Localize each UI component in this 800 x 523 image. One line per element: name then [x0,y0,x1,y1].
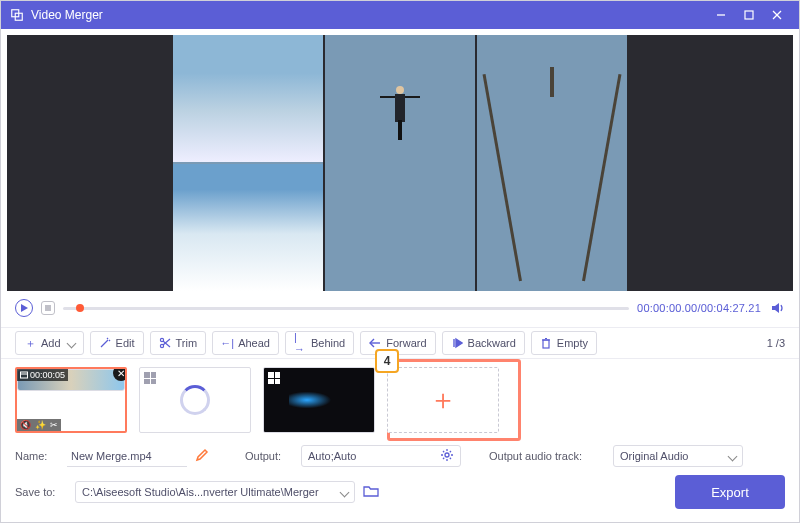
step-badge: 4 [375,349,399,373]
svg-point-24 [445,453,449,457]
pencil-icon[interactable] [195,448,209,464]
scissors-icon[interactable]: ✂ [50,420,58,430]
preview-pane-mountain [173,35,323,162]
clip-item-1[interactable]: 00:00:05 ✕ 🔇 ✨ ✂ [15,367,127,433]
preview-pane-jump [325,35,475,291]
gear-icon[interactable] [440,448,454,464]
plus-icon: ＋ [24,337,36,349]
clip-duration: 00:00:05 [17,369,68,381]
loading-spinner-icon [180,385,210,415]
svg-line-10 [107,338,108,339]
preview-pane-eiffel [477,35,627,291]
trash-icon [540,337,552,349]
titlebar: Video Merger [1,1,799,29]
edit-label: Edit [116,337,135,349]
name-value: New Merge.mp4 [71,450,152,462]
export-button[interactable]: Export [675,475,785,509]
seek-knob[interactable] [76,304,84,312]
svg-marker-6 [21,304,28,312]
time-display: 00:00:00.00/00:04:27.21 [637,302,761,314]
close-button[interactable] [763,5,791,25]
backward-label: Backward [468,337,516,349]
pager-current: 1 [767,337,773,349]
svg-rect-19 [543,340,549,348]
pager: 1 /3 [767,337,785,349]
output-value: Auto;Auto [308,450,356,462]
pager-total: 3 [779,337,785,349]
forward-label: Forward [386,337,426,349]
saveto-label: Save to: [15,486,67,498]
chevron-down-icon [66,338,76,348]
svg-rect-7 [45,305,51,311]
bottom-panel: Name: New Merge.mp4 Output: Auto;Auto Ou… [1,439,799,519]
backward-icon [451,337,463,349]
toolbar: ＋ Add Edit Trim ←| Ahead |→ Behind [1,327,799,359]
empty-button[interactable]: Empty [531,331,597,355]
duration: 00:04:27.21 [701,302,761,314]
add-button[interactable]: ＋ Add [15,331,84,355]
svg-line-11 [109,340,110,341]
plus-icon: ＋ [429,381,457,419]
mute-icon[interactable]: 🔇 [20,420,31,430]
app-title: Video Merger [31,8,103,22]
svg-rect-22 [21,372,28,378]
forward-icon [369,337,381,349]
wand-icon[interactable]: ✨ [35,420,46,430]
wand-icon [99,337,111,349]
svg-line-9 [101,340,108,347]
audio-label: Output audio track: [489,450,605,462]
backward-button[interactable]: Backward [442,331,525,355]
play-button[interactable] [15,299,33,317]
preview-wrap [1,29,799,291]
name-field[interactable]: New Merge.mp4 [67,445,187,467]
ahead-label: Ahead [238,337,270,349]
audio-select[interactable]: Original Audio [613,445,743,467]
video-preview[interactable] [7,35,793,291]
maximize-button[interactable] [735,5,763,25]
preview-pane-snow [173,164,323,291]
current-time: 00:00:00.00 [637,302,697,314]
player-controls: 00:00:00.00/00:04:27.21 [1,291,799,321]
edit-button[interactable]: Edit [90,331,144,355]
chevron-down-icon [728,451,738,461]
clip-item-3[interactable] [263,367,375,433]
folder-icon[interactable] [363,484,379,500]
saveto-value: C:\Aiseesoft Studio\Ais...nverter Ultima… [82,486,319,498]
volume-icon[interactable] [769,299,787,317]
output-label: Output: [245,450,293,462]
export-label: Export [711,485,749,500]
add-clip-box[interactable]: ＋ [387,367,499,433]
grid-icon [268,372,280,384]
behind-icon: |→ [294,337,306,349]
svg-marker-18 [456,339,462,347]
seek-slider[interactable] [63,307,629,310]
behind-button[interactable]: |→ Behind [285,331,354,355]
chevron-down-icon [340,487,350,497]
ahead-button[interactable]: ←| Ahead [212,331,279,355]
output-select[interactable]: Auto;Auto [301,445,461,467]
svg-marker-8 [772,303,779,313]
minimize-button[interactable] [707,5,735,25]
app-window: Video Merger [0,0,800,523]
ahead-icon: ←| [221,337,233,349]
trim-button[interactable]: Trim [150,331,207,355]
clip-strip: 4 00:00:05 ✕ 🔇 ✨ ✂ [1,359,799,439]
svg-rect-3 [745,11,753,19]
name-label: Name: [15,450,59,462]
scissors-icon [159,337,171,349]
trim-label: Trim [176,337,198,349]
clip-tools: 🔇 ✨ ✂ [17,419,61,431]
clip-item-2[interactable] [139,367,251,433]
add-label: Add [41,337,61,349]
grid-icon [144,372,156,384]
remove-clip-icon[interactable]: ✕ [113,367,127,381]
saveto-select[interactable]: C:\Aiseesoft Studio\Ais...nverter Ultima… [75,481,355,503]
empty-label: Empty [557,337,588,349]
behind-label: Behind [311,337,345,349]
app-logo-icon [9,7,25,23]
audio-value: Original Audio [620,450,689,462]
stop-button[interactable] [41,301,55,315]
